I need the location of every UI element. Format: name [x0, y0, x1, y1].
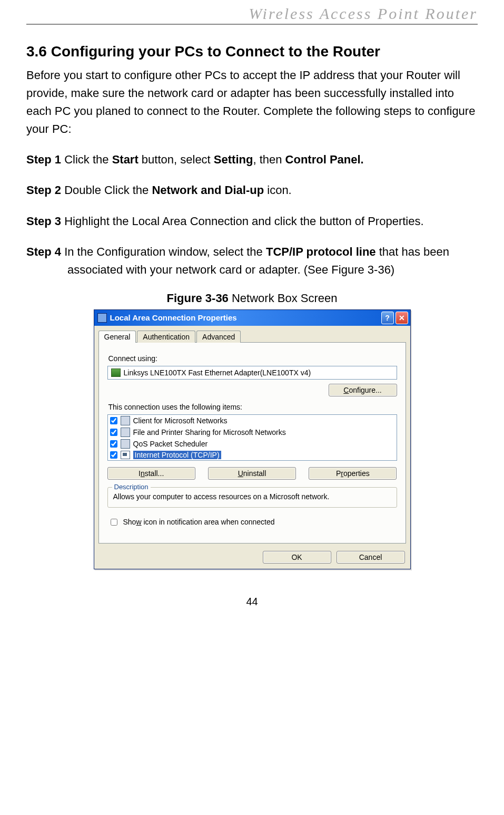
- figure-title: Network Box Screen: [229, 292, 338, 305]
- service-icon: [121, 439, 130, 449]
- tab-general[interactable]: General: [98, 331, 136, 343]
- item-checkbox[interactable]: [110, 451, 117, 459]
- step-1-label: Step 1: [26, 153, 61, 166]
- item-checkbox[interactable]: [110, 429, 117, 436]
- intro-paragraph: Before you start to configure other PCs …: [26, 66, 478, 138]
- step-2-text-b: icon.: [264, 183, 292, 197]
- step-1-bold-cp: Control Panel.: [285, 153, 364, 166]
- items-label: This connection uses the following items…: [108, 403, 397, 411]
- titlebar[interactable]: Local Area Connection Properties ? ✕: [94, 310, 410, 326]
- step-1: Step 1 Click the Start button, select Se…: [26, 151, 478, 169]
- help-icon[interactable]: ?: [381, 312, 394, 324]
- page-number: 44: [26, 596, 478, 608]
- step-1-bold-setting: Setting: [214, 153, 253, 166]
- list-item[interactable]: Client for Microsoft Networks: [108, 415, 397, 426]
- step-1-bold-start: Start: [112, 153, 139, 166]
- adapter-name: Linksys LNE100TX Fast Ethernet Adapter(L…: [124, 368, 311, 377]
- step-2-text-a: Double Click the: [61, 183, 152, 197]
- step-3: Step 3 Highlight the Local Area Connecti…: [26, 212, 478, 230]
- step-3-text: Highlight the Local Area Connection and …: [61, 215, 424, 228]
- connection-properties-dialog: Local Area Connection Properties ? ✕ Gen…: [94, 309, 411, 569]
- description-text: Allows your computer to access resources…: [113, 492, 391, 502]
- step-2-label: Step 2: [26, 183, 61, 197]
- tab-authentication[interactable]: Authentication: [137, 331, 195, 343]
- connection-items-list[interactable]: Client for Microsoft Networks File and P…: [107, 414, 397, 461]
- step-1-text-c: , then: [253, 153, 285, 166]
- step-1-text-a: Click the: [61, 153, 112, 166]
- item-checkbox[interactable]: [110, 440, 117, 448]
- service-icon: [121, 428, 130, 437]
- connect-using-label: Connect using:: [108, 354, 397, 363]
- section-heading: 3.6 Configuring your PCs to Connect to t…: [26, 43, 478, 60]
- tab-strip: General Authentication Advanced: [94, 326, 410, 342]
- protocol-icon: [121, 451, 130, 459]
- close-icon[interactable]: ✕: [396, 312, 408, 324]
- description-legend: Description: [112, 483, 151, 491]
- step-4-text-a: In the Configuration window, select the: [61, 245, 266, 258]
- step-1-text-b: button, select: [139, 153, 214, 166]
- tab-panel-general: Connect using: Linksys LNE100TX Fast Eth…: [98, 342, 406, 544]
- window-icon: [97, 313, 107, 323]
- client-icon: [121, 416, 130, 425]
- item-label: QoS Packet Scheduler: [133, 440, 208, 448]
- list-item-selected[interactable]: Internet Protocol (TCP/IP): [108, 450, 397, 460]
- tab-advanced[interactable]: Advanced: [196, 331, 241, 343]
- nic-icon: [111, 368, 121, 377]
- step-4-bold: TCP/IP protocol line: [266, 245, 376, 258]
- item-checkbox[interactable]: [110, 417, 117, 424]
- step-2-bold: Network and Dial-up: [152, 183, 264, 197]
- list-item[interactable]: File and Printer Sharing for Microsoft N…: [108, 426, 397, 438]
- ok-button[interactable]: OK: [263, 551, 331, 564]
- show-icon-label: Show icon in notification area when conn…: [123, 518, 275, 526]
- properties-button[interactable]: PropertiesProperties: [309, 467, 397, 480]
- step-4: Step 4 In the Configuration window, sele…: [26, 243, 478, 279]
- figure-label: Figure 3-36: [166, 292, 228, 305]
- item-label: Client for Microsoft Networks: [133, 416, 228, 425]
- figure-caption: Figure 3-36 Network Box Screen: [26, 292, 478, 305]
- list-item[interactable]: QoS Packet Scheduler: [108, 438, 397, 450]
- uninstall-button[interactable]: UninstallUninstall: [208, 467, 296, 480]
- cancel-button[interactable]: Cancel: [337, 551, 405, 564]
- configure-button[interactable]: CConfigure...onfigure...: [329, 384, 397, 396]
- show-icon-row[interactable]: Show icon in notification area when conn…: [107, 515, 397, 537]
- adapter-field[interactable]: Linksys LNE100TX Fast Ethernet Adapter(L…: [107, 366, 397, 380]
- step-2: Step 2 Double Click the Network and Dial…: [26, 181, 478, 199]
- install-button[interactable]: Install...Install...: [107, 467, 195, 480]
- description-group: Description Allows your computer to acce…: [107, 487, 397, 508]
- running-header: Wireless Access Point Router: [26, 3, 478, 25]
- item-label: File and Printer Sharing for Microsoft N…: [133, 428, 286, 436]
- show-icon-checkbox[interactable]: [111, 519, 117, 526]
- step-4-label: Step 4: [26, 245, 61, 258]
- window-title: Local Area Connection Properties: [110, 313, 380, 322]
- item-label: Internet Protocol (TCP/IP): [133, 451, 221, 459]
- dialog-footer: OK Cancel: [94, 548, 410, 569]
- step-3-label: Step 3: [26, 215, 61, 228]
